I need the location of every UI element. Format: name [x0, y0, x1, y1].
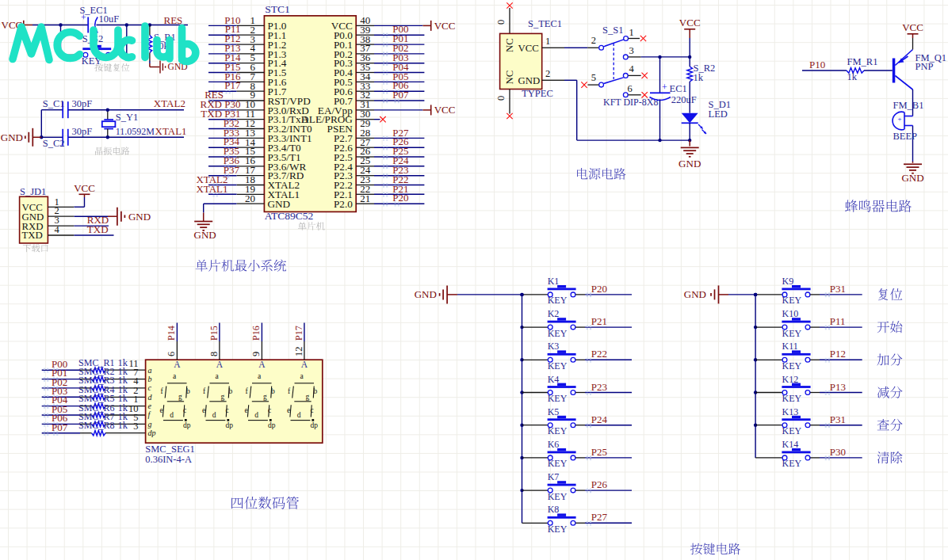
svg-text:KEY: KEY — [548, 425, 568, 436]
svg-text:TXD: TXD — [87, 223, 109, 235]
svg-text:1: 1 — [545, 36, 550, 47]
svg-text:TYPEC: TYPEC — [522, 88, 553, 99]
svg-text:A: A — [301, 360, 308, 369]
svg-text:KEY: KEY — [782, 393, 802, 404]
svg-text:GND: GND — [901, 172, 923, 184]
svg-text:P17: P17 — [293, 326, 304, 341]
svg-text:10uF: 10uF — [99, 13, 120, 25]
svg-text:K6: K6 — [548, 439, 560, 450]
svg-text:K12: K12 — [782, 374, 799, 385]
svg-text:3: 3 — [133, 421, 138, 432]
svg-text:P20: P20 — [591, 283, 607, 295]
svg-text:d: d — [170, 411, 174, 419]
svg-text:GND: GND — [518, 75, 541, 86]
svg-text:SMC_R8: SMC_R8 — [78, 420, 114, 431]
svg-text:g: g — [306, 393, 310, 401]
svg-text:P25: P25 — [591, 446, 607, 458]
svg-text:6: 6 — [628, 83, 633, 94]
svg-text:4: 4 — [54, 224, 59, 235]
svg-text:KEY: KEY — [548, 458, 568, 469]
svg-text:K2: K2 — [548, 308, 560, 319]
svg-text:d: d — [254, 411, 258, 419]
svg-text:VCC: VCC — [679, 17, 701, 29]
svg-text:P13: P13 — [830, 381, 846, 393]
svg-text:KEY: KEY — [782, 295, 802, 306]
svg-text:K9: K9 — [782, 276, 794, 287]
svg-text:KEY: KEY — [782, 328, 802, 339]
svg-text:c: c — [268, 406, 271, 414]
svg-text:KEY: KEY — [782, 458, 802, 469]
svg-text:STC1: STC1 — [265, 3, 290, 15]
svg-text:S_C1: S_C1 — [43, 98, 65, 109]
svg-text:b: b — [271, 387, 275, 395]
svg-text:KEY: KEY — [548, 491, 568, 502]
svg-text:KEY: KEY — [548, 524, 568, 535]
svg-text:b: b — [186, 387, 190, 395]
svg-text:NC: NC — [504, 70, 515, 85]
svg-text:9: 9 — [250, 352, 262, 356]
svg-text:c: c — [226, 406, 229, 414]
svg-text:P26: P26 — [591, 478, 608, 490]
svg-text:GND: GND — [684, 288, 706, 300]
svg-text:b: b — [148, 375, 152, 383]
svg-text:EC1: EC1 — [670, 83, 687, 94]
svg-text:FM_R1: FM_R1 — [847, 56, 878, 67]
svg-text:PNP: PNP — [916, 61, 934, 72]
svg-text:e: e — [202, 406, 205, 414]
svg-text:S_Y1: S_Y1 — [116, 112, 138, 123]
svg-text:KEY: KEY — [548, 295, 568, 306]
svg-text:g: g — [221, 393, 225, 401]
svg-text:GND: GND — [679, 158, 701, 170]
svg-text:TXD: TXD — [22, 230, 43, 241]
svg-text:P10: P10 — [809, 59, 825, 70]
svg-text:S_TEC1: S_TEC1 — [528, 18, 562, 29]
svg-text:8: 8 — [208, 352, 220, 356]
svg-text:P23: P23 — [591, 381, 607, 393]
svg-text:0: 0 — [495, 20, 506, 25]
svg-text:K1: K1 — [548, 276, 560, 287]
svg-text:K14: K14 — [782, 439, 799, 450]
svg-text:P14: P14 — [166, 326, 177, 341]
svg-text:P11: P11 — [830, 315, 846, 327]
svg-text:e: e — [244, 406, 247, 414]
svg-text:b: b — [228, 387, 232, 395]
svg-text:P2.0: P2.0 — [334, 198, 353, 210]
svg-text:K5: K5 — [548, 406, 560, 417]
svg-text:20: 20 — [245, 192, 255, 204]
svg-text:KEY: KEY — [782, 425, 802, 436]
svg-text:S_JD1: S_JD1 — [20, 186, 46, 197]
svg-text:dp: dp — [148, 429, 156, 437]
svg-text:0.36IN-4-A: 0.36IN-4-A — [145, 454, 192, 465]
svg-text:220uF: 220uF — [671, 94, 697, 105]
svg-text:K7: K7 — [548, 471, 560, 482]
svg-text:a: a — [148, 366, 152, 375]
svg-text:P30: P30 — [830, 446, 846, 458]
svg-text:A: A — [258, 360, 266, 369]
svg-text:1k: 1k — [847, 71, 858, 82]
svg-text:0: 0 — [495, 96, 506, 101]
svg-text:c: c — [183, 406, 186, 414]
svg-text:VCC: VCC — [902, 21, 923, 33]
svg-text:S_C2: S_C2 — [43, 138, 65, 149]
svg-text:dp: dp — [310, 421, 318, 429]
svg-text:KEY: KEY — [782, 360, 802, 371]
svg-text:30pF: 30pF — [72, 98, 93, 109]
svg-text:P16: P16 — [250, 326, 262, 341]
svg-text:K11: K11 — [782, 341, 798, 352]
svg-text:1: 1 — [629, 27, 634, 38]
svg-text:b: b — [313, 387, 317, 395]
svg-text:KEY: KEY — [548, 328, 568, 339]
svg-text:2: 2 — [591, 35, 596, 46]
svg-text:NC: NC — [504, 38, 515, 52]
svg-text:d: d — [212, 411, 216, 419]
svg-text:S_S1: S_S1 — [602, 25, 623, 36]
svg-text:GND: GND — [1, 131, 23, 143]
svg-text:P31: P31 — [830, 413, 846, 425]
svg-text:dp: dp — [183, 421, 191, 429]
svg-text:P22: P22 — [591, 348, 607, 360]
svg-text:BEEP: BEEP — [893, 131, 918, 142]
svg-text:e: e — [159, 406, 162, 414]
svg-text:+: + — [662, 82, 667, 93]
svg-text:VCC: VCC — [74, 182, 95, 194]
svg-text:dp: dp — [225, 421, 233, 429]
